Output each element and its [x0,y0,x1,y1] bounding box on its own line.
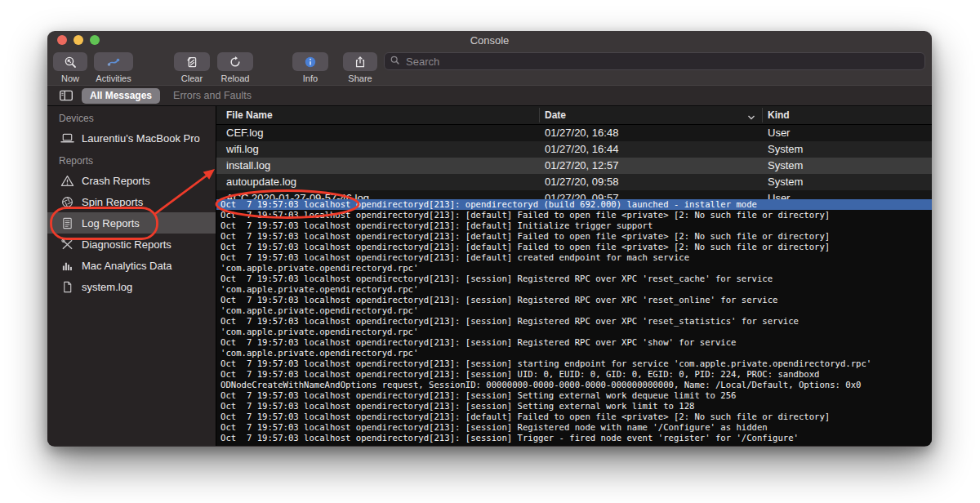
log-line[interactable]: Oct 7 19:57:03 localhost opendirectoryd[… [216,369,932,380]
log-line[interactable]: Oct 7 19:57:03 localhost opendirectoryd[… [216,242,932,252]
log-line[interactable]: Oct 7 19:57:03 localhost opendirectoryd[… [216,295,932,305]
column-header-kind[interactable]: Kind [768,106,790,124]
sidebar-item-mac-analytics-data[interactable]: Mac Analytics Data [47,255,216,276]
table-row[interactable]: install.log01/27/20, 12:57System [216,158,932,174]
clear-icon [185,56,198,69]
column-divider [539,108,540,122]
toolbar: NowActivitiesClearReloadInfoShare [47,49,932,85]
log-line[interactable]: 'com.apple.private.opendirectoryd.rpc' [216,305,932,316]
log-document-icon [59,216,75,229]
message-tabs: All MessagesErrors and Faults [82,88,252,104]
info-button-group: Info [292,52,328,83]
log-line[interactable]: Oct 7 19:57:03 localhost opendirectoryd[… [216,210,932,220]
log-line[interactable]: Oct 7 19:57:03 localhost opendirectoryd[… [216,220,932,231]
sidebar-section-reports: Reports [47,149,216,170]
desktop-background: Console NowActivitiesClearReloadInfoShar… [0,0,980,503]
sidebar-item-laurentiu-s-macbook-pro[interactable]: Laurentiu's MacBook Pro [47,127,216,149]
activities-button-group: Activities [94,52,133,83]
titlebar[interactable]: Console [47,31,932,49]
info-button[interactable] [292,52,328,71]
log-line[interactable]: ODNodeCreateWithNameAndOptions request, … [216,380,932,390]
log-line[interactable]: Oct 7 19:57:03 localhost opendirectoryd[… [216,358,932,369]
column-header-date[interactable]: Date [545,106,566,124]
zoom-button[interactable] [90,35,100,45]
sidebar-item-label: Log Reports [82,217,140,229]
log-line[interactable]: 'com.apple.private.opendirectoryd.rpc' [216,348,932,358]
sidebar-item-spin-reports[interactable]: Spin Reports [47,191,216,212]
tab-errors-and-faults[interactable]: Errors and Faults [173,90,252,101]
log-line[interactable]: Oct 7 19:57:03 localhost opendirectoryd[… [216,231,932,242]
info-icon [304,56,317,69]
table-header: File Name Date Kind [216,106,932,125]
sidebar-item-crash-reports[interactable]: Crash Reports [47,170,216,191]
sidebar-item-label: system.log [82,281,132,293]
date-cell: 01/27/20, 16:48 [545,125,618,141]
sidebar-item-label: Laurentiu's MacBook Pro [82,132,200,145]
tools-icon [59,238,75,251]
log-line[interactable]: Oct 7 19:57:03 localhost opendirectoryd[… [216,390,932,401]
sidebar-item-label: Crash Reports [82,175,150,187]
tab-strip: All MessagesErrors and Faults [47,85,932,106]
aperture-icon [59,195,75,208]
date-cell: 01/27/20, 16:44 [545,141,618,158]
bar-chart-icon [59,259,75,272]
kind-cell: User [768,190,790,199]
kind-cell: System [768,158,803,174]
column-divider [762,108,763,122]
reload-button[interactable] [217,52,253,71]
sidebar-item-diagnostic-reports[interactable]: Diagnostic Reports [47,234,216,255]
log-line[interactable]: Oct 7 19:57:03 localhost opendirectoryd[… [216,412,932,422]
sidebar: DevicesLaurentiu's MacBook ProReportsCra… [47,106,216,446]
close-button[interactable] [57,35,67,45]
search-field[interactable] [384,52,925,70]
activities-icon [107,56,120,69]
share-button-label: Share [343,73,377,83]
log-line[interactable]: 'com.apple.private.opendirectoryd.rpc' [216,284,932,295]
file-name-cell: CEF.log [226,125,264,141]
tab-all-messages[interactable]: All Messages [82,88,160,104]
log-line[interactable]: Oct 7 19:57:03 localhost opendirectoryd[… [216,401,932,412]
file-name-cell: wifi.log [226,141,259,158]
share-button[interactable] [343,52,377,71]
reload-button-group: Reload [217,52,253,83]
date-cell: 01/27/20, 09:57 [545,190,618,199]
sidebar-toggle-icon[interactable] [59,89,74,102]
file-name-cell: install.log [226,158,270,174]
table-row[interactable]: ACC 2020-01-27-09-57-46.log01/27/20, 09:… [216,190,932,199]
kind-cell: System [768,174,803,190]
activities-button[interactable] [94,52,133,71]
traffic-lights [57,35,100,45]
kind-cell: User [768,125,790,141]
file-name-cell: autoupdate.log [226,174,296,190]
log-line[interactable]: Oct 7 19:57:03 localhost opendirectoryd[… [216,274,932,284]
console-window: Console NowActivitiesClearReloadInfoShar… [47,31,932,447]
log-line[interactable]: Oct 7 19:57:03 localhost opendirectoryd[… [216,422,932,433]
column-header-file-name[interactable]: File Name [226,106,273,124]
search-input[interactable] [404,55,920,69]
reload-button-label: Reload [217,73,253,83]
clear-button[interactable] [174,52,210,71]
clear-button-group: Clear [174,52,210,83]
info-button-label: Info [292,73,328,83]
log-line[interactable]: Oct 7 19:57:03 localhost opendirectoryd[… [216,252,932,263]
table-row[interactable]: CEF.log01/27/20, 16:48User [216,125,932,141]
sidebar-item-log-reports[interactable]: Log Reports [47,212,216,234]
now-button[interactable] [53,52,87,71]
sidebar-section-devices: Devices [47,106,216,127]
table-row[interactable]: autoupdate.log01/27/20, 09:58System [216,174,932,190]
log-line[interactable]: 'com.apple.private.opendirectoryd.rpc' [216,327,932,337]
log-line[interactable]: Oct 7 19:57:03 localhost opendirectoryd[… [216,433,932,443]
log-line[interactable]: Oct 7 19:57:03 localhost opendirectoryd[… [216,199,932,210]
share-icon [354,56,367,69]
chevron-down-icon [747,112,755,118]
sidebar-item-system-log[interactable]: system.log [47,276,216,297]
date-cell: 01/27/20, 12:57 [545,158,618,174]
table-row[interactable]: wifi.log01/27/20, 16:44System [216,141,932,158]
now-button-group: Now [53,52,87,83]
now-button-label: Now [53,73,87,83]
log-line[interactable]: Oct 7 19:57:03 localhost opendirectoryd[… [216,337,932,348]
log-line[interactable]: 'com.apple.private.opendirectoryd.rpc' [216,263,932,274]
laptop-icon [59,131,75,145]
minimize-button[interactable] [74,35,83,45]
log-line[interactable]: Oct 7 19:57:03 localhost opendirectoryd[… [216,316,932,327]
